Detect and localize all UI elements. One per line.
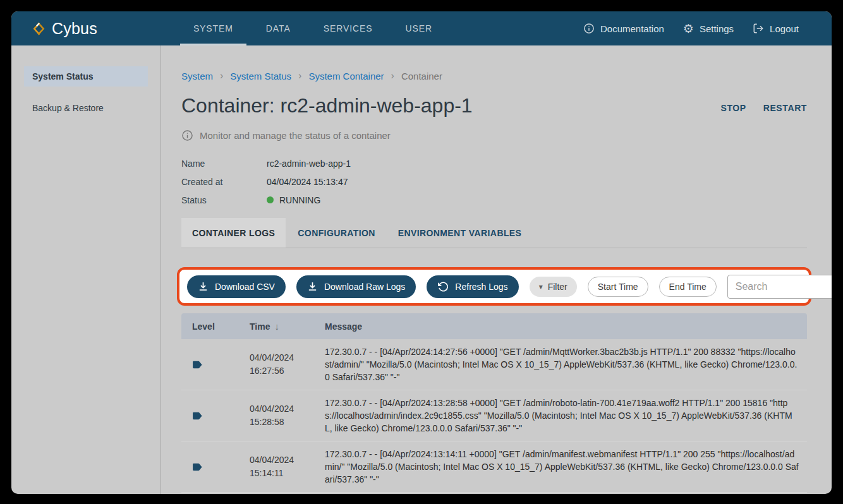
column-header-time[interactable]: Time↓ [250,321,325,332]
detail-created-at: Created at 04/04/2024 15:13:47 [181,172,807,191]
refresh-logs-button[interactable]: Refresh Logs [427,275,518,298]
content-tabs: CONTAINER LOGS CONFIGURATION ENVIRONMENT… [181,218,807,248]
detail-status: Status RUNNING [181,191,807,209]
search-input[interactable] [736,281,832,292]
detail-name: Name rc2-admin-web-app-1 [181,154,807,172]
brand-name: Cybus [52,20,97,38]
logs-table: Level Time↓ Message [181,313,807,494]
table-row: 04/04/2024 15:28:58 172.30.0.7 - - [04/A… [181,390,807,441]
sidebar-item-system-status[interactable]: System Status [24,66,148,87]
breadcrumb: System › System Status › System Containe… [181,69,807,82]
log-message: 172.30.0.7 - - [04/Apr/2024:13:28:58 +00… [325,397,807,435]
chevron-down-icon: ▾ [539,282,543,291]
breadcrumb-system[interactable]: System [181,71,213,81]
navbar-actions: Documentation ⚙ Settings Logout [583,23,799,35]
breadcrumb-separator: › [298,70,301,81]
documentation-link[interactable]: Documentation [583,23,664,34]
tab-container-logs[interactable]: CONTAINER LOGS [181,218,286,248]
container-details: Name rc2-admin-web-app-1 Created at 04/0… [181,154,807,209]
log-message: 172.30.0.7 - - [04/Apr/2024:14:27:56 +00… [325,345,807,383]
log-time: 04/04/2024 16:27:56 [250,351,325,378]
logout-icon [753,23,764,34]
log-level-icon [192,463,203,471]
page-subtitle: Monitor and manage the status of a conta… [181,129,807,141]
gear-icon: ⚙ [683,23,694,35]
restart-button[interactable]: RESTART [763,103,807,113]
logs-toolbar-highlighted: Download CSV Download Raw Logs [177,267,811,306]
download-icon [198,281,209,292]
settings-link[interactable]: ⚙ Settings [683,23,734,35]
breadcrumb-system-status[interactable]: System Status [230,71,291,81]
table-header: Level Time↓ Message [181,313,807,339]
breadcrumb-separator: › [391,70,394,81]
cybus-logo-icon [32,21,46,36]
column-header-message: Message [325,321,807,332]
refresh-icon [437,281,449,292]
table-row: 04/04/2024 15:14:11 172.30.0.7 - - [04/A… [181,441,807,493]
filter-dropdown[interactable]: ▾ Filter [530,277,577,297]
logout-link[interactable]: Logout [753,23,799,34]
breadcrumb-separator: › [220,70,223,81]
nav-tab-services[interactable]: SERVICES [307,11,389,45]
tab-environment-variables[interactable]: ENVIRONMENT VARIABLES [387,218,533,248]
start-time-chip[interactable]: Start Time [588,277,648,297]
sidebar-item-backup-restore[interactable]: Backup & Restore [24,98,148,118]
status-running-dot [267,196,274,203]
page-title: Container: rc2-admin-web-app-1 [181,94,473,117]
main-content: System › System Status › System Containe… [161,45,832,494]
sidebar: System Status Backup & Restore [11,45,161,494]
log-time: 04/04/2024 15:14:11 [250,453,325,480]
download-raw-logs-button[interactable]: Download Raw Logs [296,275,416,298]
end-time-chip[interactable]: End Time [659,277,717,297]
table-row: 04/04/2024 16:27:56 172.30.0.7 - - [04/A… [181,339,807,390]
stop-button[interactable]: STOP [720,103,746,113]
cybus-logo[interactable]: Cybus [32,20,97,38]
tab-configuration[interactable]: CONFIGURATION [287,218,385,248]
breadcrumb-system-container[interactable]: System Container [308,71,384,81]
log-level-icon [192,412,203,420]
sort-descending-icon: ↓ [274,321,279,332]
primary-nav: SYSTEM DATA SERVICES USER [177,11,449,45]
search-box [727,275,832,299]
breadcrumb-current: Container [401,71,442,81]
nav-tab-system[interactable]: SYSTEM [177,11,250,45]
download-csv-button[interactable]: Download CSV [187,275,286,298]
log-level-icon [192,361,203,369]
download-icon [307,281,318,292]
column-header-level: Level [181,321,250,332]
log-message: 172.30.0.7 - - [04/Apr/2024:13:14:11 +00… [325,448,807,486]
info-icon [583,23,595,34]
log-time: 04/04/2024 15:28:58 [250,402,325,429]
info-icon [181,129,193,141]
app-window: Cybus SYSTEM DATA SERVICES USER Document… [11,11,832,494]
nav-tab-data[interactable]: DATA [250,11,307,45]
nav-tab-user[interactable]: USER [389,11,449,45]
status-badge: RUNNING [279,195,320,205]
top-navbar: Cybus SYSTEM DATA SERVICES USER Document… [11,11,832,45]
